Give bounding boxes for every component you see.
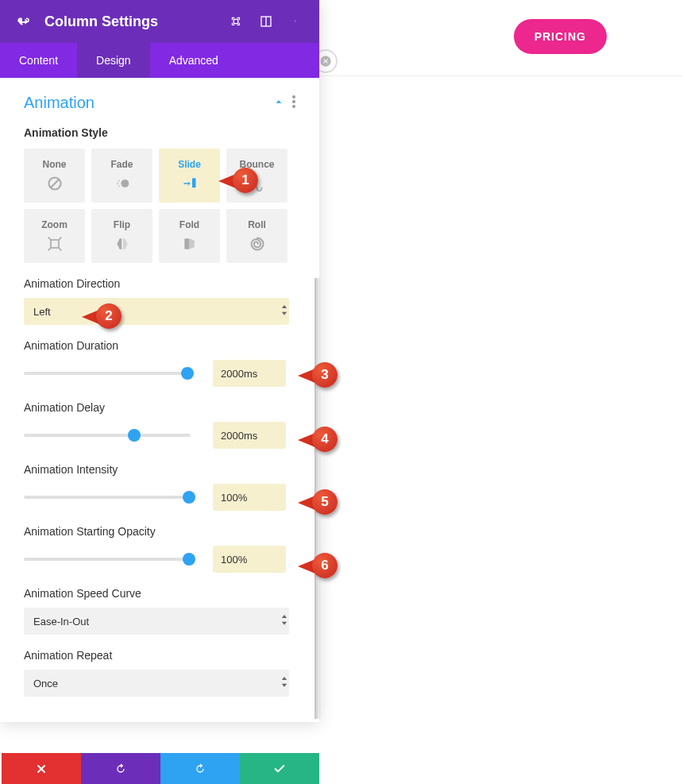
label-speed-curve: Animation Speed Curve xyxy=(24,587,295,600)
svg-point-6 xyxy=(292,95,295,98)
none-icon xyxy=(46,175,64,192)
tab-content[interactable]: Content xyxy=(0,43,77,78)
tab-design[interactable]: Design xyxy=(77,43,150,78)
svg-point-11 xyxy=(121,180,129,187)
zoom-icon xyxy=(46,235,64,253)
animation-style-grid: None Fade Slide Bounce Zoom Flip xyxy=(24,149,295,263)
label-animation-style: Animation Style xyxy=(24,126,295,139)
style-fold[interactable]: Fold xyxy=(159,209,220,263)
svg-point-12 xyxy=(118,180,120,182)
roll-icon xyxy=(249,235,266,253)
intensity-slider[interactable] xyxy=(24,496,191,499)
callout-1: 1 xyxy=(218,168,258,195)
label-animation-delay: Animation Delay xyxy=(24,401,295,414)
opacity-slider[interactable] xyxy=(24,558,191,561)
redo-button[interactable] xyxy=(160,753,240,784)
save-button[interactable] xyxy=(240,753,319,784)
svg-rect-0 xyxy=(233,19,237,23)
tab-advanced[interactable]: Advanced xyxy=(150,43,237,78)
label-repeat: Animation Repeat xyxy=(24,649,295,662)
repeat-select[interactable] xyxy=(24,670,289,697)
svg-point-14 xyxy=(118,185,120,187)
tile-label: Slide xyxy=(178,159,201,170)
duration-input[interactable] xyxy=(213,360,286,387)
tabs: Content Design Advanced xyxy=(0,43,319,78)
section-title: Animation xyxy=(24,94,95,112)
tile-label: Flip xyxy=(114,219,130,230)
slider-thumb[interactable] xyxy=(183,491,195,504)
fold-icon xyxy=(181,235,199,253)
header-tools xyxy=(229,14,303,29)
label-animation-opacity: Animation Starting Opacity xyxy=(24,525,295,538)
section-animation-header[interactable]: Animation xyxy=(24,94,295,112)
svg-rect-16 xyxy=(51,240,59,248)
svg-point-5 xyxy=(295,21,295,22)
page-topbar: PRICING xyxy=(319,0,683,76)
layout-icon[interactable] xyxy=(259,14,273,29)
svg-rect-15 xyxy=(192,178,196,187)
style-zoom[interactable]: Zoom xyxy=(24,209,85,263)
tile-label: Roll xyxy=(248,219,266,230)
speed-curve-select[interactable] xyxy=(24,608,289,635)
pricing-button[interactable]: PRICING xyxy=(514,19,607,54)
callout-6: 6 xyxy=(298,553,338,580)
style-fade[interactable]: Fade xyxy=(91,149,152,203)
panel-title: Column Settings xyxy=(44,14,229,30)
kebab-icon[interactable] xyxy=(289,14,303,29)
style-flip[interactable]: Flip xyxy=(91,209,152,263)
style-slide[interactable]: Slide xyxy=(159,149,220,203)
label-animation-direction: Animation Direction xyxy=(24,277,295,290)
svg-line-10 xyxy=(51,180,59,187)
tile-label: Fade xyxy=(110,159,133,170)
settings-panel: Column Settings Content Design Advanced … xyxy=(0,0,319,722)
style-none[interactable]: None xyxy=(24,149,85,203)
slider-thumb[interactable] xyxy=(183,553,195,566)
tile-label: None xyxy=(43,159,67,170)
callout-3: 3 xyxy=(298,362,338,389)
flip-icon xyxy=(114,235,131,253)
label-animation-duration: Animation Duration xyxy=(24,339,295,352)
style-roll[interactable]: Roll xyxy=(226,209,287,263)
intensity-input[interactable] xyxy=(213,484,286,511)
callout-5: 5 xyxy=(298,489,338,516)
svg-point-3 xyxy=(295,20,295,21)
expand-icon[interactable] xyxy=(229,14,243,29)
panel-header: Column Settings xyxy=(0,0,319,43)
delay-slider[interactable] xyxy=(24,434,191,437)
delay-input[interactable] xyxy=(213,422,286,449)
slide-icon xyxy=(181,175,199,192)
fade-icon xyxy=(114,175,131,192)
duration-slider[interactable] xyxy=(24,372,191,375)
panel-body: Animation Animation Style None Fade Slid… xyxy=(0,78,319,722)
action-bar xyxy=(2,753,319,784)
slider-thumb[interactable] xyxy=(128,429,141,442)
opacity-input[interactable] xyxy=(213,546,286,573)
svg-rect-17 xyxy=(184,238,189,249)
callout-2: 2 xyxy=(82,303,122,330)
svg-point-4 xyxy=(295,21,295,21)
label-animation-intensity: Animation Intensity xyxy=(24,463,295,476)
discard-button[interactable] xyxy=(2,753,81,784)
tile-label: Fold xyxy=(179,219,199,230)
svg-point-8 xyxy=(292,105,295,108)
chevron-up-icon[interactable] xyxy=(273,96,284,110)
back-icon[interactable] xyxy=(16,14,32,29)
undo-button[interactable] xyxy=(81,753,160,784)
kebab-icon[interactable] xyxy=(292,95,295,111)
svg-point-13 xyxy=(116,183,118,185)
callout-4: 4 xyxy=(298,427,338,454)
direction-select[interactable] xyxy=(24,298,289,325)
slider-thumb[interactable] xyxy=(181,367,194,380)
tile-label: Zoom xyxy=(41,219,68,230)
svg-point-7 xyxy=(292,100,295,103)
